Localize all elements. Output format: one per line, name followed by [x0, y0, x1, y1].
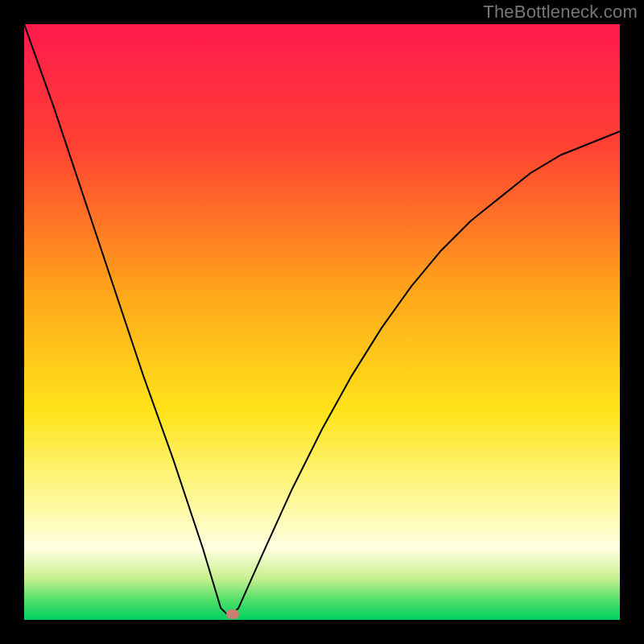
chart-frame: TheBottleneck.com [0, 0, 644, 644]
plot-area [24, 24, 620, 620]
watermark-text: TheBottleneck.com [483, 2, 638, 23]
bottleneck-curve [24, 24, 620, 620]
optimum-marker [226, 609, 239, 619]
